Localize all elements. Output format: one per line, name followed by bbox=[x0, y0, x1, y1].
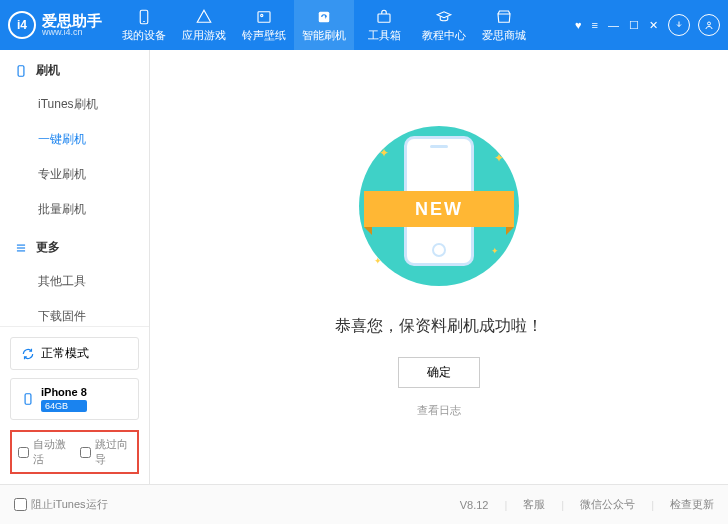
view-log-link[interactable]: 查看日志 bbox=[417, 403, 461, 418]
svg-point-3 bbox=[261, 14, 263, 16]
nav-apps[interactable]: 应用游戏 bbox=[174, 0, 234, 50]
phone-icon bbox=[14, 64, 28, 78]
nav-flash[interactable]: 智能刷机 bbox=[294, 0, 354, 50]
block-itunes-checkbox[interactable]: 阻止iTunes运行 bbox=[14, 497, 108, 512]
success-message: 恭喜您，保资料刷机成功啦！ bbox=[335, 316, 543, 337]
svg-rect-7 bbox=[18, 65, 24, 76]
menu-icon[interactable]: ≡ bbox=[592, 19, 598, 31]
auto-activate-checkbox[interactable]: 自动激活 bbox=[18, 437, 70, 467]
sidebar-item-other[interactable]: 其他工具 bbox=[0, 264, 149, 299]
maximize-icon[interactable]: ☐ bbox=[629, 19, 639, 32]
logo-text: 爱思助手 www.i4.cn bbox=[42, 13, 102, 37]
image-icon bbox=[255, 8, 273, 26]
sidebar-item-itunes[interactable]: iTunes刷机 bbox=[0, 87, 149, 122]
graduation-icon bbox=[435, 8, 453, 26]
nav-tutorials[interactable]: 教程中心 bbox=[414, 0, 474, 50]
header: i4 爱思助手 www.i4.cn 我的设备 应用游戏 铃声壁纸 智能刷机 工具… bbox=[0, 0, 728, 50]
nav-my-device[interactable]: 我的设备 bbox=[114, 0, 174, 50]
menu-icon bbox=[14, 241, 28, 255]
device-indicator[interactable]: iPhone 8 64GB bbox=[10, 378, 139, 420]
refresh-icon bbox=[315, 8, 333, 26]
close-icon[interactable]: ✕ bbox=[649, 19, 658, 32]
main-content: ✦ ✦ ✦ ✦ NEW 恭喜您，保资料刷机成功啦！ 确定 查看日志 bbox=[150, 50, 728, 484]
mode-indicator[interactable]: 正常模式 bbox=[10, 337, 139, 370]
window-controls: ♥ ≡ — ☐ ✕ bbox=[575, 19, 658, 32]
phone-icon bbox=[21, 392, 35, 406]
account-controls bbox=[668, 14, 720, 36]
statusbar: 阻止iTunes运行 V8.12 | 客服 | 微信公众号 | 检查更新 bbox=[0, 484, 728, 524]
download-button[interactable] bbox=[668, 14, 690, 36]
options-row: 自动激活 跳过向导 bbox=[10, 430, 139, 474]
sidebar-item-pro[interactable]: 专业刷机 bbox=[0, 157, 149, 192]
sidebar-item-oneclick[interactable]: 一键刷机 bbox=[0, 122, 149, 157]
main-nav: 我的设备 应用游戏 铃声壁纸 智能刷机 工具箱 教程中心 爱思商城 bbox=[114, 0, 575, 50]
skin-icon[interactable]: ♥ bbox=[575, 19, 582, 31]
svg-point-6 bbox=[708, 22, 711, 25]
sidebar-group-more[interactable]: 更多 bbox=[0, 227, 149, 264]
sidebar-group-flash[interactable]: 刷机 bbox=[0, 50, 149, 87]
nav-toolbox[interactable]: 工具箱 bbox=[354, 0, 414, 50]
nav-ringtones[interactable]: 铃声壁纸 bbox=[234, 0, 294, 50]
logo[interactable]: i4 爱思助手 www.i4.cn bbox=[8, 11, 102, 39]
version-label: V8.12 bbox=[460, 499, 489, 511]
minimize-icon[interactable]: — bbox=[608, 19, 619, 31]
update-link[interactable]: 检查更新 bbox=[670, 497, 714, 512]
wechat-link[interactable]: 微信公众号 bbox=[580, 497, 635, 512]
store-icon bbox=[495, 8, 513, 26]
svg-rect-5 bbox=[378, 14, 390, 22]
svg-rect-4 bbox=[319, 11, 330, 22]
svg-rect-2 bbox=[258, 11, 270, 22]
sync-icon bbox=[21, 347, 35, 361]
user-button[interactable] bbox=[698, 14, 720, 36]
support-link[interactable]: 客服 bbox=[523, 497, 545, 512]
apps-icon bbox=[195, 8, 213, 26]
phone-icon bbox=[135, 8, 153, 26]
sidebar: 刷机 iTunes刷机 一键刷机 专业刷机 批量刷机 更多 其他工具 下载固件 … bbox=[0, 50, 150, 484]
success-illustration: ✦ ✦ ✦ ✦ NEW bbox=[349, 116, 529, 296]
sidebar-item-batch[interactable]: 批量刷机 bbox=[0, 192, 149, 227]
toolbox-icon bbox=[375, 8, 393, 26]
skip-guide-checkbox[interactable]: 跳过向导 bbox=[80, 437, 132, 467]
ok-button[interactable]: 确定 bbox=[398, 357, 480, 388]
logo-icon: i4 bbox=[8, 11, 36, 39]
nav-store[interactable]: 爱思商城 bbox=[474, 0, 534, 50]
sidebar-item-firmware[interactable]: 下载固件 bbox=[0, 299, 149, 326]
ribbon-new: NEW bbox=[364, 191, 514, 227]
svg-rect-11 bbox=[25, 394, 31, 405]
